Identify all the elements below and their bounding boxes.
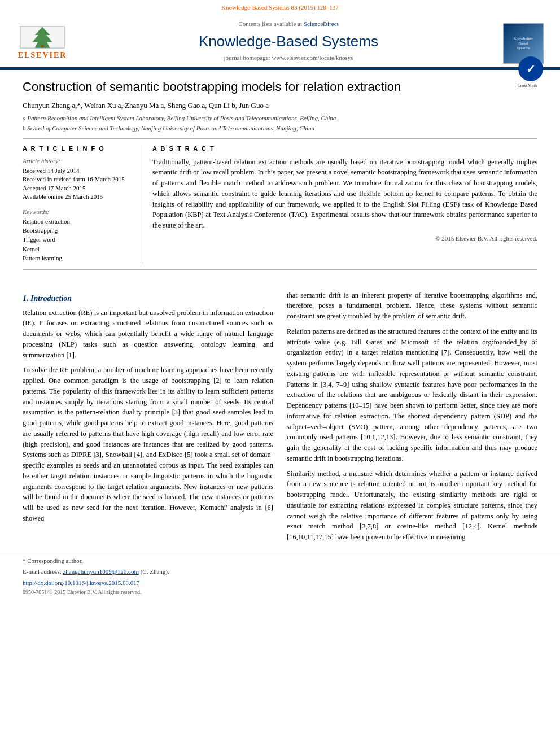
accepted-date: Accepted 17 March 2015 bbox=[23, 184, 132, 193]
abstract-column: A B S T R A C T Traditionally, pattern-b… bbox=[152, 145, 537, 263]
body-left-col: 1. Introduction Relation extraction (RE)… bbox=[23, 290, 273, 547]
abstract-text: Traditionally, pattern-based relation ex… bbox=[152, 157, 537, 231]
info-abstract-section: A R T I C L E I N F O Article history: R… bbox=[23, 145, 537, 263]
right-para-3: Similarity method, a measure which deter… bbox=[287, 469, 537, 543]
title-row: ✓ CrossMark Construction of semantic boo… bbox=[23, 79, 537, 95]
intro-para-1: Relation extraction (RE) is an important… bbox=[23, 308, 273, 361]
doi-link[interactable]: http://dx.doi.org/10.1016/j.knosys.2015.… bbox=[23, 579, 537, 587]
divider-2 bbox=[23, 269, 537, 270]
right-para-2: Relation patterns are defined as the str… bbox=[287, 326, 537, 464]
copyright-line: © 2015 Elsevier B.V. All rights reserved… bbox=[152, 234, 537, 243]
doi-anchor[interactable]: http://dx.doi.org/10.1016/j.knosys.2015.… bbox=[23, 579, 139, 586]
keyword-3: Kernel bbox=[23, 245, 132, 254]
right-para-1: that semantic drift is an inherent prope… bbox=[287, 290, 537, 322]
science-direct-label: Contents lists available at ScienceDirec… bbox=[79, 20, 498, 28]
journal-citation: Knowledge-Based Systems 83 (2015) 128–13… bbox=[221, 4, 339, 11]
journal-homepage: journal homepage: www.elsevier.com/locat… bbox=[79, 54, 498, 62]
journal-header-left: ELSEVIER bbox=[6, 26, 79, 61]
history-group: Article history: Received 14 July 2014 R… bbox=[23, 157, 132, 202]
affiliation-b: b School of Computer Science and Technol… bbox=[23, 124, 537, 133]
intro-para-2: To solve the RE problem, a number of mac… bbox=[23, 365, 273, 523]
available-online-date: Available online 25 March 2015 bbox=[23, 193, 132, 201]
author-email-link[interactable]: zhangchunyun1009@126.com bbox=[63, 568, 138, 575]
crossmark-container: ✓ CrossMark bbox=[517, 81, 537, 89]
keyword-0: Relation extraction bbox=[23, 217, 132, 226]
divider-1 bbox=[23, 138, 537, 139]
journal-header-right: Knowledge-BasedSystems bbox=[498, 23, 549, 64]
article-title: Construction of semantic bootstrapping m… bbox=[23, 79, 537, 95]
science-direct-link[interactable]: ScienceDirect bbox=[304, 20, 339, 27]
intro-section-title: 1. Introduction bbox=[23, 292, 273, 304]
abstract-label: A B S T R A C T bbox=[152, 145, 537, 153]
affiliation-a: a Pattern Recognition and Intelligent Sy… bbox=[23, 114, 537, 123]
article-info-label: A R T I C L E I N F O bbox=[23, 145, 132, 153]
elsevier-logo-icon bbox=[17, 26, 68, 49]
received-date: Received 14 July 2014 bbox=[23, 167, 132, 175]
authors-line: Chunyun Zhang a,*, Weiran Xu a, Zhanyu M… bbox=[23, 101, 537, 111]
article-info-column: A R T I C L E I N F O Article history: R… bbox=[23, 145, 141, 263]
journal-title: Knowledge-Based Systems bbox=[79, 31, 498, 51]
page-wrapper: Knowledge-Based Systems 83 (2015) 128–13… bbox=[0, 0, 560, 600]
crossmark-badge: ✓ bbox=[518, 56, 543, 81]
top-bar: Knowledge-Based Systems 83 (2015) 128–13… bbox=[0, 0, 560, 14]
keyword-4: Pattern learning bbox=[23, 254, 132, 263]
body-right-col: that semantic drift is an inherent prope… bbox=[287, 290, 537, 547]
keyword-1: Bootstrapping bbox=[23, 226, 132, 235]
elsevier-brand-text: ELSEVIER bbox=[18, 50, 67, 61]
footer-section: * Corresponding author. E-mail address: … bbox=[0, 553, 560, 600]
crossmark-label: CrossMark bbox=[517, 82, 537, 89]
journal-thumbnail: Knowledge-BasedSystems bbox=[503, 23, 544, 64]
history-label: Article history: bbox=[23, 157, 132, 165]
keyword-2: Trigger word bbox=[23, 235, 132, 244]
journal-header: ELSEVIER Contents lists available at Sci… bbox=[0, 14, 560, 68]
received-revised-date: Received in revised form 16 March 2015 bbox=[23, 175, 132, 184]
article-content: ✓ CrossMark Construction of semantic boo… bbox=[0, 70, 560, 285]
keywords-label: Keywords: bbox=[23, 208, 49, 215]
svg-rect-2 bbox=[41, 45, 43, 48]
journal-header-center: Contents lists available at ScienceDirec… bbox=[79, 20, 498, 67]
body-two-col: 1. Introduction Relation extraction (RE)… bbox=[23, 290, 537, 547]
keywords-section: Keywords: Relation extraction Bootstrapp… bbox=[23, 207, 132, 263]
email-note: E-mail address: zhangchunyun1009@126.com… bbox=[23, 567, 537, 576]
footer-copyright: 0950-7051/© 2015 Elsevier B.V. All right… bbox=[23, 588, 537, 596]
corresponding-author-note: * Corresponding author. bbox=[23, 557, 537, 565]
body-section: 1. Introduction Relation extraction (RE)… bbox=[0, 285, 560, 553]
